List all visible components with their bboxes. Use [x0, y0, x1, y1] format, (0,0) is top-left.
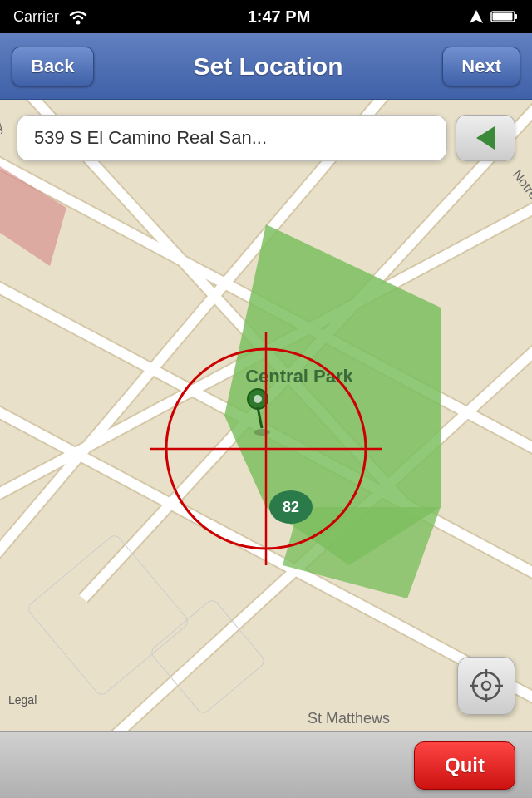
status-bar: Carrier 1:47 PM — [0, 0, 532, 33]
nav-bar: Back Set Location Next — [0, 33, 532, 100]
svg-marker-1 — [470, 10, 483, 23]
status-time: 1:47 PM — [248, 7, 311, 27]
svg-text:82: 82 — [283, 499, 299, 515]
svg-point-58 — [482, 682, 490, 690]
back-button[interactable]: Back — [12, 47, 94, 86]
wifi-icon — [67, 8, 89, 25]
crosshair-icon — [468, 667, 505, 704]
svg-rect-3 — [515, 14, 517, 19]
svg-text:St Matthews: St Matthews — [308, 710, 390, 727]
next-button[interactable]: Next — [442, 47, 520, 86]
bottom-bar: Quit — [0, 732, 532, 798]
legal-text: Legal — [8, 693, 37, 707]
address-bar: 539 S El Camino Real San... — [17, 115, 515, 161]
location-status-icon — [469, 9, 484, 24]
svg-point-49 — [254, 429, 270, 436]
status-right — [469, 9, 519, 24]
quit-button[interactable]: Quit — [414, 741, 515, 790]
status-left: Carrier — [13, 8, 89, 26]
svg-point-48 — [254, 395, 262, 403]
battery-icon — [490, 9, 519, 24]
back-arrow-icon — [476, 126, 495, 150]
address-back-button[interactable] — [456, 115, 515, 161]
nav-title: Set Location — [193, 52, 342, 81]
map-container[interactable]: E 4th Ave E 5th W 4th Ave W 5th Ave Laur… — [0, 100, 532, 732]
svg-point-0 — [76, 21, 81, 25]
address-field[interactable]: 539 S El Camino Real San... — [17, 115, 447, 161]
svg-text:Central Park: Central Park — [245, 366, 353, 387]
svg-rect-4 — [492, 13, 512, 21]
map-background: E 4th Ave E 5th W 4th Ave W 5th Ave Laur… — [0, 100, 532, 732]
current-location-button[interactable] — [457, 657, 515, 715]
carrier-label: Carrier — [13, 8, 59, 26]
